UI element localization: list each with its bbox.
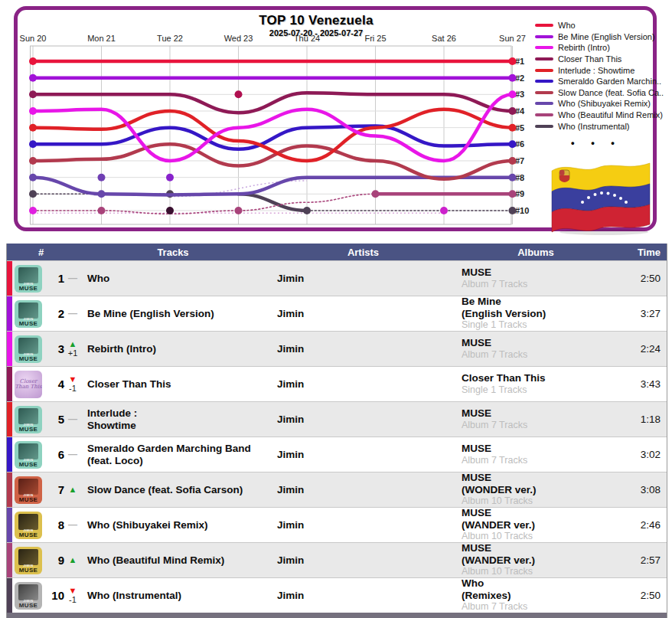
up-triangle-icon: ▲ [69,340,77,348]
series-dot [509,90,517,98]
legend-label: Who (Beautiful Mind Remix) [558,110,663,119]
album-cell[interactable]: MUSE(WANDER ver.)Album 10 Tracks [462,543,622,577]
album-cell[interactable]: MUSEAlbum 7 Tracks [462,332,622,366]
album-art-cell: JIMINMUSE [12,543,44,577]
table-row[interactable]: JIMINMUSE10▼-1Who (Instrumental)JiminWho… [7,577,667,613]
artist-name[interactable]: Jimin [277,508,462,542]
album-art-cell: JIMINMUSE [12,578,44,613]
album-art[interactable]: JIMINMUSE [15,441,42,469]
table-row[interactable]: JIMINMUSE9▲Who (Beautiful Mind Remix)Jim… [7,542,667,577]
table-row[interactable]: JIMINMUSE5—Interlude :ShowtimeJiminMUSEA… [7,401,667,437]
legend-swatch [535,24,553,27]
track-title[interactable]: Who (Shibuyakei Remix) [81,508,277,542]
album-art-photo [18,338,38,354]
album-cell[interactable]: Closer Than ThisSingle 1 Tracks [462,367,622,401]
album-art-cell: JIMINMUSE [12,472,44,507]
no-change-dash: — [68,309,77,318]
artist-name[interactable]: Jimin [277,261,462,296]
rank-cell: 3 [44,332,64,366]
album-art-photo [18,267,38,283]
album-name-line: MUSE [462,337,622,349]
album-cell[interactable]: MUSEAlbum 7 Tracks [462,402,622,437]
track-title[interactable]: Smeraldo Garden Marching Band(feat. Loco… [81,437,277,472]
rank-axis-label: #6 [515,139,524,149]
album-cell[interactable]: MUSEAlbum 7 Tracks [462,261,622,296]
header-time: Time [616,247,667,258]
artist-name[interactable]: Jimin [277,296,462,331]
album-info: Album 7 Tracks [462,279,622,291]
change-indicator: — [64,296,81,331]
rank-cell: 5 [44,402,64,437]
rank-cell: 2 [44,296,64,331]
album-art-photo [18,549,38,565]
album-cell[interactable]: Be Mine(English Version)Single 1 Tracks [462,296,622,331]
album-name-line: (WANDER ver.) [462,554,622,567]
track-title[interactable]: Who (Instrumental) [81,578,277,613]
album-art[interactable]: JIMINMUSE [15,547,42,574]
table-row[interactable]: JIMINMUSE6—Smeraldo Garden Marching Band… [7,437,667,472]
rank-cell: 10 [44,578,64,613]
album-art[interactable]: JIMINMUSE [15,300,42,328]
legend-label: Rebirth (Intro) [558,43,610,52]
table-row[interactable]: JIMINMUSE7▲Slow Dance (feat. Sofia Carso… [7,472,667,507]
table-row[interactable]: JIMINMUSE8—Who (Shibuyakei Remix)JiminMU… [7,507,667,542]
album-art[interactable]: JIMINMUSE [15,476,42,504]
track-title-line: Smeraldo Garden Marching Band [87,443,277,455]
album-cell[interactable]: MUSEAlbum 7 Tracks [462,437,622,472]
track-title[interactable]: Be Mine (English Version) [81,296,277,331]
track-title-line: Interlude : [87,407,277,420]
tracks-table: # Tracks Artists Albums Time JIMINMUSE1—… [6,244,667,618]
table-row[interactable]: JIMINMUSE2—Be Mine (English Version)Jimi… [7,296,667,331]
album-art-photo [18,302,38,319]
table-row[interactable]: JIMINMUSE1—WhoJiminMUSEAlbum 7 Tracks2:5… [7,260,667,296]
artist-name[interactable]: Jimin [277,402,462,437]
album-art[interactable]: Closer Than This [15,371,42,398]
flag-star [581,201,584,204]
album-cell[interactable]: Who(Remixes)Album 7 Tracks [462,578,622,613]
track-title[interactable]: Interlude :Showtime [81,402,277,437]
flag-star [600,191,603,195]
track-title[interactable]: Slow Dance (feat. Sofia Carson) [81,472,277,507]
album-cell[interactable]: MUSE(WANDER ver.)Album 10 Tracks [462,508,622,542]
change-indicator: — [64,437,81,472]
legend-swatch [535,46,553,49]
album-name-line: MUSE [462,507,622,519]
row-color-stripe [7,402,12,437]
legend-swatch [535,57,553,60]
chart-date-range: 2025-07-20 - 2025-07-27 [109,28,523,38]
album-art[interactable]: JIMINMUSE [15,406,42,433]
artist-name[interactable]: Jimin [277,578,462,613]
album-art[interactable]: JIMINMUSE [15,265,42,293]
header-artists: Artists [271,247,455,258]
album-art[interactable]: JIMINMUSE [15,335,42,363]
album-art[interactable]: JIMINMUSE [15,512,42,539]
track-title[interactable]: Who [81,261,277,296]
track-title[interactable]: Who (Beautiful Mind Remix) [81,543,277,577]
track-title[interactable]: Rebirth (Intro) [81,332,277,366]
track-title[interactable]: Closer Than This [81,367,277,401]
album-art-cell: JIMINMUSE [12,261,44,296]
album-info: Album 10 Tracks [462,531,622,543]
table-row[interactable]: Closer Than This4▼-1Closer Than ThisJimi… [7,366,667,401]
artist-name[interactable]: Jimin [277,543,462,577]
artist-name[interactable]: Jimin [277,332,462,366]
legend-swatch [535,91,553,94]
legend-label: Interlude : Showtime [558,66,634,75]
album-art[interactable]: JIMINMUSE [15,582,42,610]
artist-name[interactable]: Jimin [277,437,462,472]
change-indicator: — [64,508,81,542]
track-time: 2:57 [622,543,667,577]
track-title-line: Rebirth (Intro) [87,343,277,355]
legend-label: Be Mine (English Version) [558,32,655,41]
album-art-photo [18,584,38,600]
artist-name[interactable]: Jimin [277,472,462,507]
track-title-line: Who (Instrumental) [87,590,277,602]
artist-name[interactable]: Jimin [277,367,462,401]
flag-star [594,193,597,196]
series-dot [29,140,37,148]
series-dot [372,190,380,198]
chart-legend: WhoBe Mine (English Version)Rebirth (Int… [535,20,665,132]
album-cell[interactable]: MUSE(WONDER ver.)Album 10 Tracks [462,472,622,507]
table-row[interactable]: JIMINMUSE3▲+1Rebirth (Intro)JiminMUSEAlb… [7,331,667,366]
album-art-cell: JIMINMUSE [12,332,44,366]
